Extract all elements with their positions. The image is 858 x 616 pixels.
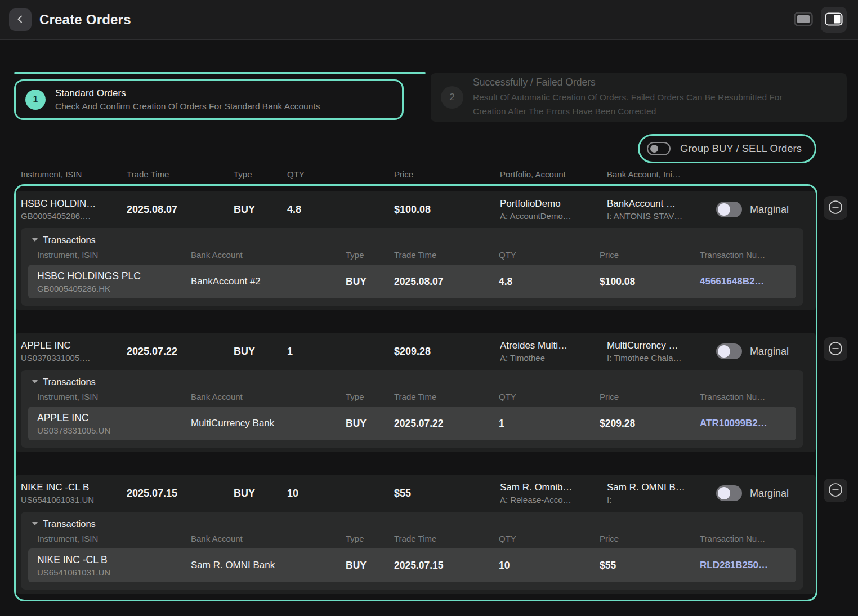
marginal-label: Marginal	[750, 488, 789, 499]
col-trade-time: Trade Time	[127, 169, 234, 179]
tx-instrument-name: APPLE INC	[37, 412, 191, 424]
top-bar: Create Orders	[0, 0, 858, 40]
instrument-name: NIKE INC -CL B	[21, 482, 127, 493]
txcol-price: Price	[600, 534, 700, 543]
tx-bank-account: BankAccount #2	[191, 276, 346, 287]
transaction-row[interactable]: HSBC HOLDINGS PLC GB0005405286.HK BankAc…	[28, 265, 796, 298]
order-type: BUY	[234, 204, 287, 216]
order-portfolio-cell: PortfolioDemo A: AccountDemo…	[500, 198, 607, 221]
minus-circle-icon	[828, 200, 843, 216]
initiator-name: I: Timothee Chala…	[607, 353, 716, 363]
orders-toolbar: Group BUY / SELL Orders	[0, 134, 816, 163]
marginal-cell: Marginal	[716, 485, 816, 501]
col-price: Price	[394, 169, 500, 179]
chevron-left-icon	[16, 15, 25, 25]
txcol-bank-account: Bank Account	[191, 392, 346, 401]
order-qty: 10	[287, 488, 394, 499]
order-instrument-cell: NIKE INC -CL B US6541061031.UN	[21, 482, 127, 505]
tx-instrument-isin: US6541061031.UN	[37, 568, 191, 577]
tx-type: BUY	[346, 276, 394, 288]
order-row[interactable]: NIKE INC -CL B US6541061031.UN 2025.07.1…	[16, 475, 816, 512]
page-title: Create Orders	[39, 12, 131, 28]
col-portfolio-account: Portfolio, Account	[500, 169, 607, 179]
stepper: 1 Standard Orders Check And Confirm Crea…	[14, 73, 847, 122]
txcol-type: Type	[346, 250, 394, 260]
bank-account-name: BankAccount …	[607, 198, 716, 209]
txcol-instrument-isin: Instrument, ISIN	[37, 250, 191, 260]
account-name: A: Timothee	[500, 353, 607, 363]
transaction-number-link[interactable]: 45661648B2…	[700, 276, 796, 287]
order-portfolio-cell: Sam R. Omnib… A: Release-Acco…	[500, 482, 607, 505]
orders-area: HSBC HOLDIN… GB0005405286.… 2025.08.07 B…	[14, 184, 858, 603]
txcol-bank-account: Bank Account	[191, 534, 346, 543]
remove-order-button[interactable]	[824, 479, 847, 502]
order-trade-time: 2025.07.15	[127, 488, 234, 499]
order-price: $100.08	[394, 204, 500, 216]
marginal-label: Marginal	[750, 346, 789, 358]
txcol-instrument-isin: Instrument, ISIN	[37, 534, 191, 543]
caret-down-icon	[32, 238, 38, 242]
order-row[interactable]: APPLE INC US0378331005.… 2025.07.22 BUY …	[16, 333, 816, 370]
transaction-row[interactable]: APPLE INC US0378331005.UN MultiCurrency …	[28, 407, 796, 440]
transactions-header[interactable]: Transactions	[28, 516, 796, 531]
transactions-panel: Transactions Instrument, ISIN Bank Accou…	[21, 370, 803, 448]
remove-order-button[interactable]	[824, 337, 847, 361]
transactions-header[interactable]: Transactions	[28, 374, 796, 389]
txcol-transaction-number: Transaction Nu…	[700, 250, 796, 260]
tx-bank-account: Sam R. OMNI Bank	[191, 560, 346, 571]
step-2-number-badge: 2	[441, 86, 463, 109]
step-standard-orders[interactable]: 1 Standard Orders Check And Confirm Crea…	[14, 79, 404, 120]
transaction-row[interactable]: NIKE INC -CL B US6541061031.UN Sam R. OM…	[28, 548, 796, 582]
switch-knob	[650, 145, 658, 153]
tx-trade-time: 2025.07.22	[394, 418, 499, 430]
tx-qty: 1	[499, 418, 600, 430]
transactions-panel: Transactions Instrument, ISIN Bank Accou…	[21, 228, 803, 306]
order-row[interactable]: HSBC HOLDIN… GB0005405286.… 2025.08.07 B…	[16, 191, 816, 228]
tx-type: BUY	[346, 560, 394, 572]
tx-price: $55	[600, 560, 700, 572]
group-buy-sell-label: Group BUY / SELL Orders	[680, 142, 802, 155]
col-qty: QTY	[287, 169, 394, 179]
marginal-label: Marginal	[750, 204, 789, 216]
transaction-number-link[interactable]: ATR10099B2…	[700, 418, 796, 429]
tx-qty: 4.8	[499, 276, 600, 288]
transaction-number-link[interactable]: RLD281B250…	[700, 560, 796, 571]
order-price: $209.28	[394, 346, 500, 358]
step-1-title: Standard Orders	[55, 88, 320, 99]
order-bank-account-cell: MultiCurrency … I: Timothee Chala…	[607, 340, 716, 363]
initiator-name: I:	[607, 495, 716, 505]
order-group-hsbc: HSBC HOLDIN… GB0005405286.… 2025.08.07 B…	[16, 191, 816, 310]
order-qty: 4.8	[287, 204, 394, 216]
order-group-nike: NIKE INC -CL B US6541061031.UN 2025.07.1…	[16, 475, 816, 594]
marginal-toggle[interactable]	[716, 485, 742, 501]
step-1-text: Standard Orders Check And Confirm Creati…	[55, 88, 320, 111]
tx-instrument-name: HSBC HOLDINGS PLC	[37, 270, 191, 282]
order-type: BUY	[234, 346, 287, 358]
tx-instrument-cell: NIKE INC -CL B US6541061031.UN	[37, 554, 191, 577]
portfolio-name: Sam R. Omnib…	[500, 482, 607, 493]
step-success-failed-orders[interactable]: 2 Successfully / Failed Orders Result Of…	[431, 73, 847, 122]
order-price: $55	[394, 488, 500, 499]
step-2-text: Successfully / Failed Orders Result Of A…	[473, 77, 817, 118]
marginal-cell: Marginal	[716, 202, 816, 217]
marginal-toggle[interactable]	[716, 343, 742, 359]
transactions-header[interactable]: Transactions	[28, 233, 796, 247]
orders-column-headers: Instrument, ISIN Trade Time Type QTY Pri…	[14, 168, 817, 180]
group-buy-sell-toggle[interactable]: Group BUY / SELL Orders	[638, 134, 816, 163]
account-name: A: AccountDemo…	[500, 211, 607, 221]
txcol-type: Type	[346, 392, 394, 401]
order-group-apple: APPLE INC US0378331005.… 2025.07.22 BUY …	[16, 333, 816, 452]
back-button[interactable]	[9, 8, 32, 31]
split-pane-layout-button[interactable]	[821, 7, 847, 33]
col-instrument-isin: Instrument, ISIN	[21, 169, 127, 179]
group-buy-sell-switch[interactable]	[647, 142, 671, 155]
order-type: BUY	[234, 488, 287, 499]
orders-list: HSBC HOLDIN… GB0005405286.… 2025.08.07 B…	[14, 184, 817, 601]
switch-knob	[718, 487, 730, 499]
txcol-bank-account: Bank Account	[191, 250, 346, 260]
active-step-indicator	[14, 72, 426, 74]
remove-order-button[interactable]	[824, 196, 847, 220]
single-pane-layout-button[interactable]	[790, 7, 816, 33]
tx-instrument-isin: US0378331005.UN	[37, 426, 191, 435]
marginal-toggle[interactable]	[716, 202, 742, 217]
